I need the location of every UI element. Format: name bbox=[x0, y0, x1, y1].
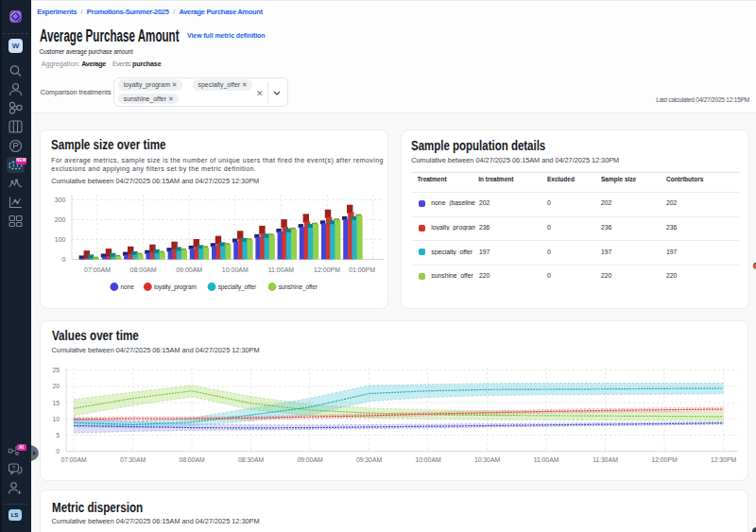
svg-text:10:00AM: 10:00AM bbox=[415, 456, 441, 463]
svg-text:20: 20 bbox=[52, 383, 60, 389]
svg-text:15: 15 bbox=[52, 400, 60, 406]
svg-text:08:00AM: 08:00AM bbox=[130, 266, 157, 273]
svg-text:11:30AM: 11:30AM bbox=[593, 456, 618, 463]
svg-text:11:00AM: 11:00AM bbox=[534, 456, 559, 463]
svg-text:25: 25 bbox=[52, 367, 60, 373]
svg-text:12:00PM: 12:00PM bbox=[314, 266, 340, 273]
svg-text:08:00AM: 08:00AM bbox=[179, 456, 205, 463]
svg-text:07:30AM: 07:30AM bbox=[120, 456, 146, 463]
svg-text:08:30AM: 08:30AM bbox=[238, 456, 265, 463]
svg-text:09:00AM: 09:00AM bbox=[176, 266, 202, 273]
svg-text:100: 100 bbox=[55, 236, 66, 243]
svg-text:07:00AM: 07:00AM bbox=[60, 456, 87, 463]
svg-text:0: 0 bbox=[62, 256, 66, 263]
svg-text:none: none bbox=[121, 283, 135, 290]
svg-text:0: 0 bbox=[56, 448, 60, 455]
svg-text:01:00PM: 01:00PM bbox=[349, 266, 375, 273]
svg-text:12:30PM: 12:30PM bbox=[711, 456, 737, 463]
svg-text:09:30AM: 09:30AM bbox=[356, 456, 383, 463]
svg-text:?: ? bbox=[12, 465, 16, 471]
svg-text:12:00PM: 12:00PM bbox=[651, 456, 678, 463]
svg-text:specialty_offer: specialty_offer bbox=[218, 283, 257, 291]
svg-text:200: 200 bbox=[55, 216, 66, 223]
svg-text:09:00AM: 09:00AM bbox=[297, 456, 323, 463]
svg-text:10:30AM: 10:30AM bbox=[474, 456, 501, 463]
svg-text:10: 10 bbox=[52, 416, 60, 422]
svg-text:loyalty_program: loyalty_program bbox=[154, 283, 197, 291]
svg-text:sunshine_offer: sunshine_offer bbox=[279, 283, 318, 291]
svg-text:07:00AM: 07:00AM bbox=[84, 266, 111, 273]
svg-text:5: 5 bbox=[56, 432, 60, 438]
svg-text:300: 300 bbox=[55, 197, 66, 203]
svg-text:10:00AM: 10:00AM bbox=[222, 266, 249, 273]
svg-text:11:00AM: 11:00AM bbox=[268, 266, 295, 273]
